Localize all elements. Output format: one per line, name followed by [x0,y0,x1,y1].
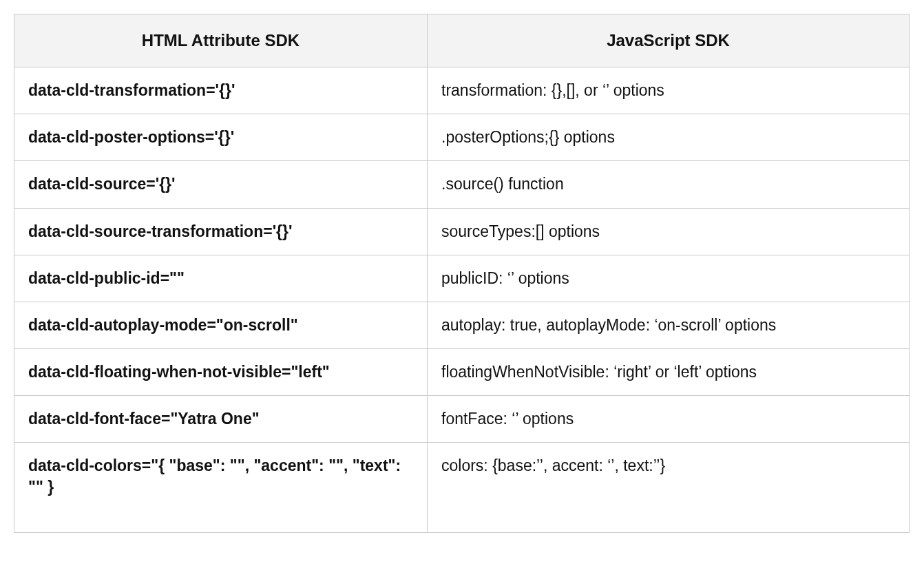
table-row: data-cld-transformation='{}' transformat… [14,67,910,114]
sdk-comparison-table: HTML Attribute SDK JavaScript SDK data-c… [14,14,910,533]
header-javascript-sdk: JavaScript SDK [428,14,910,67]
cell-html-attr: data-cld-source-transformation='{}' [14,208,428,255]
table-row: data-cld-source-transformation='{}' sour… [14,208,910,255]
cell-html-attr: data-cld-public-id="" [14,255,428,302]
cell-js: colors: {base:’’, accent: ‘’, text:’’} [428,442,910,532]
table-row: data-cld-autoplay-mode="on-scroll" autop… [14,302,910,348]
table-row: data-cld-public-id="" publicID: ‘’ optio… [14,255,910,302]
table-row: data-cld-floating-when-not-visible="left… [14,348,910,395]
cell-js: fontFace: ‘’ options [428,395,910,442]
table-row: data-cld-colors="{ "base": "", "accent":… [14,442,910,532]
cell-html-attr: data-cld-transformation='{}' [14,67,428,114]
cell-js: transformation: {},[], or ‘’ options [428,67,910,114]
cell-html-attr: data-cld-poster-options='{}' [14,114,428,161]
cell-js: publicID: ‘’ options [428,255,910,302]
table-row: data-cld-poster-options='{}' .posterOpti… [14,114,910,161]
table-row: data-cld-source='{}' .source() function [14,161,910,208]
table-header-row: HTML Attribute SDK JavaScript SDK [14,14,910,67]
cell-html-attr: data-cld-source='{}' [14,161,428,208]
cell-js: sourceTypes:[] options [428,208,910,255]
cell-html-attr: data-cld-font-face="Yatra One" [14,395,428,442]
cell-js: .posterOptions;{} options [428,114,910,161]
header-html-attribute-sdk: HTML Attribute SDK [14,14,428,67]
table-row: data-cld-font-face="Yatra One" fontFace:… [14,395,910,442]
cell-html-attr: data-cld-autoplay-mode="on-scroll" [14,302,428,348]
cell-js: floatingWhenNotVisible: ‘right’ or ‘left… [428,348,910,395]
cell-html-attr: data-cld-floating-when-not-visible="left… [14,348,428,395]
cell-html-attr: data-cld-colors="{ "base": "", "accent":… [14,442,428,532]
cell-js: autoplay: true, autoplayMode: ‘on-scroll… [428,302,910,348]
cell-js: .source() function [428,161,910,208]
